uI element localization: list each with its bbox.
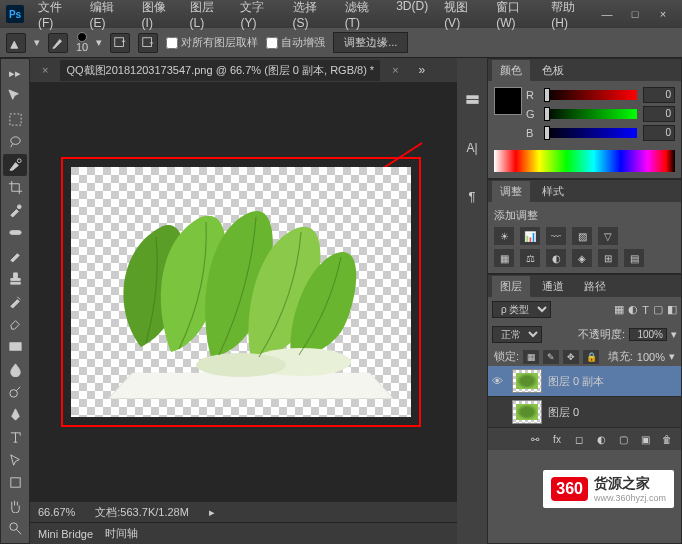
layers-tab[interactable]: 图层 <box>492 276 530 297</box>
path-select-tool[interactable] <box>3 449 27 471</box>
fill-value[interactable]: 100% <box>637 351 665 363</box>
hue-icon[interactable]: ▦ <box>494 249 514 267</box>
opacity-value[interactable]: 100% <box>629 328 667 341</box>
layer-thumb[interactable] <box>512 369 542 393</box>
tab-close-icon[interactable]: × <box>38 64 52 76</box>
expand-icon[interactable]: ▸▸ <box>3 63 27 85</box>
minimize-button[interactable]: — <box>594 5 620 23</box>
menu-image[interactable]: 图像(I) <box>136 0 180 33</box>
menu-file[interactable]: 文件(F) <box>32 0 80 33</box>
filter-pixel-icon[interactable]: ▦ <box>614 303 624 316</box>
dropdown-icon[interactable]: ▾ <box>34 36 40 49</box>
menu-select[interactable]: 选择(S) <box>287 0 335 33</box>
paragraph-panel-icon[interactable]: ¶ <box>460 184 484 208</box>
paths-tab[interactable]: 路径 <box>576 276 614 297</box>
refine-edge-button[interactable]: 调整边缘... <box>333 32 408 53</box>
group-icon[interactable]: ▢ <box>615 431 631 447</box>
link-icon[interactable]: ⚯ <box>527 431 543 447</box>
brightness-icon[interactable]: ☀ <box>494 227 514 245</box>
tab-overflow-icon[interactable]: » <box>419 63 426 77</box>
b-value[interactable]: 0 <box>643 125 675 141</box>
menu-window[interactable]: 窗口(W) <box>490 0 541 33</box>
mixer-icon[interactable]: ⊞ <box>598 249 618 267</box>
fx-icon[interactable]: fx <box>549 431 565 447</box>
channels-tab[interactable]: 通道 <box>534 276 572 297</box>
blend-mode-select[interactable]: 正常 <box>492 326 542 343</box>
maximize-button[interactable]: □ <box>622 5 648 23</box>
shape-tool[interactable] <box>3 472 27 494</box>
bw-icon[interactable]: ◐ <box>546 249 566 267</box>
lock-pixels-icon[interactable]: ✎ <box>543 350 559 364</box>
move-tool[interactable] <box>3 86 27 108</box>
hand-tool[interactable] <box>3 495 27 517</box>
pen-tool[interactable] <box>3 404 27 426</box>
layer-name[interactable]: 图层 0 <box>548 405 579 420</box>
styles-tab[interactable]: 样式 <box>534 181 572 202</box>
tool-preset-icon[interactable] <box>6 33 26 53</box>
blur-tool[interactable] <box>3 358 27 380</box>
subtract-selection-icon[interactable] <box>138 33 158 53</box>
foreground-swatch[interactable] <box>494 87 522 115</box>
marquee-tool[interactable] <box>3 108 27 130</box>
levels-icon[interactable]: 📊 <box>520 227 540 245</box>
crop-tool[interactable] <box>3 177 27 199</box>
menu-layer[interactable]: 图层(L) <box>184 0 231 33</box>
heal-tool[interactable] <box>3 222 27 244</box>
lookup-icon[interactable]: ▤ <box>624 249 644 267</box>
tab-close-icon[interactable]: × <box>388 64 402 76</box>
layer-name[interactable]: 图层 0 副本 <box>548 374 604 389</box>
balance-icon[interactable]: ⚖ <box>520 249 540 267</box>
dodge-tool[interactable] <box>3 381 27 403</box>
add-selection-icon[interactable] <box>110 33 130 53</box>
photo-filter-icon[interactable]: ◈ <box>572 249 592 267</box>
canvas-area[interactable] <box>30 82 457 502</box>
brush-size[interactable]: 10 <box>76 32 88 53</box>
zoom-tool[interactable] <box>3 517 27 539</box>
menu-edit[interactable]: 编辑(E) <box>84 0 132 33</box>
trash-icon[interactable]: 🗑 <box>659 431 675 447</box>
lasso-tool[interactable] <box>3 131 27 153</box>
brush-tool[interactable] <box>3 245 27 267</box>
r-value[interactable]: 0 <box>643 87 675 103</box>
b-slider[interactable] <box>544 128 637 138</box>
zoom-level[interactable]: 66.67% <box>38 506 75 518</box>
swatches-tab[interactable]: 色板 <box>534 60 572 81</box>
filter-shape-icon[interactable]: ▢ <box>653 303 663 316</box>
timeline-tab[interactable]: 时间轴 <box>105 526 138 541</box>
adjustments-tab[interactable]: 调整 <box>492 181 530 202</box>
spectrum-bar[interactable] <box>494 150 675 172</box>
g-slider[interactable] <box>544 109 637 119</box>
exposure-icon[interactable]: ▨ <box>572 227 592 245</box>
color-tab[interactable]: 颜色 <box>492 60 530 81</box>
quick-select-tool[interactable] <box>3 154 27 176</box>
menu-help[interactable]: 帮助(H) <box>545 0 594 33</box>
mask-icon[interactable]: ◻ <box>571 431 587 447</box>
sample-all-layers-checkbox[interactable]: 对所有图层取样 <box>166 35 258 50</box>
visibility-icon[interactable]: 👁 <box>492 375 506 387</box>
layer-thumb[interactable] <box>512 400 542 424</box>
eraser-tool[interactable] <box>3 313 27 335</box>
document-tab[interactable]: QQ截图20181203173547.png @ 66.7% (图层 0 副本,… <box>60 60 380 81</box>
menu-view[interactable]: 视图(V) <box>438 0 486 33</box>
layer-row[interactable]: 图层 0 <box>488 397 681 428</box>
status-arrow-icon[interactable]: ▸ <box>209 506 215 519</box>
history-panel-icon[interactable] <box>460 88 484 112</box>
canvas[interactable] <box>71 167 411 417</box>
g-value[interactable]: 0 <box>643 106 675 122</box>
menu-filter[interactable]: 滤镜(T) <box>339 0 387 33</box>
minibridge-tab[interactable]: Mini Bridge <box>38 528 93 540</box>
filter-type-icon[interactable]: T <box>642 304 649 316</box>
r-slider[interactable] <box>544 90 637 100</box>
character-panel-icon[interactable]: A| <box>460 136 484 160</box>
doc-info[interactable]: 文档:563.7K/1.28M <box>95 505 189 520</box>
fill-adj-icon[interactable]: ◐ <box>593 431 609 447</box>
layer-row[interactable]: 👁 图层 0 副本 <box>488 366 681 397</box>
auto-enhance-checkbox[interactable]: 自动增强 <box>266 35 325 50</box>
menu-3d[interactable]: 3D(D) <box>390 0 434 33</box>
brush-icon[interactable] <box>48 33 68 53</box>
curves-icon[interactable]: 〰 <box>546 227 566 245</box>
filter-type-select[interactable]: ρ 类型 <box>492 301 551 318</box>
stamp-tool[interactable] <box>3 267 27 289</box>
lock-position-icon[interactable]: ✥ <box>563 350 579 364</box>
history-brush-tool[interactable] <box>3 290 27 312</box>
